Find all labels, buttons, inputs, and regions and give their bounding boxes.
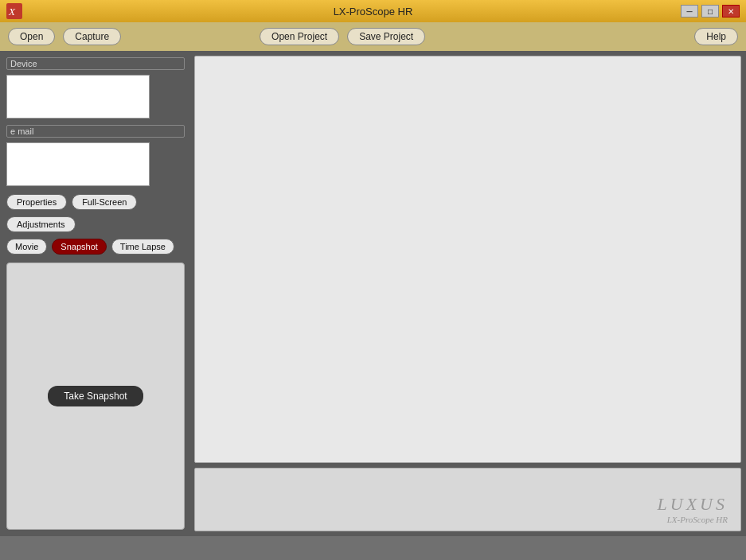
window-controls: ─ □ ✕ [681, 5, 740, 18]
brand-panel: LUXUS LX-ProScope HR [194, 468, 741, 531]
main-content: Device e mail Properties Full-Screen Adj… [0, 51, 746, 536]
adjustments-row: Adjustments [6, 216, 185, 232]
help-button[interactable]: Help [694, 28, 738, 45]
device-preview [6, 75, 150, 119]
title-bar-left: X [6, 3, 25, 19]
tab-timelapse[interactable]: Time Lapse [111, 239, 174, 255]
device-label: Device [6, 57, 185, 70]
tab-snapshot[interactable]: Snapshot [52, 239, 106, 255]
brand-subscript-text: LX-ProScope HR [658, 515, 728, 524]
email-label: e mail [6, 125, 185, 138]
snapshot-panel: Take Snapshot [6, 262, 185, 530]
take-snapshot-button[interactable]: Take Snapshot [48, 386, 143, 406]
viewport [194, 56, 741, 463]
toolbar: Open Capture Open Project Save Project H… [0, 22, 746, 51]
properties-row: Properties Full-Screen [6, 194, 185, 210]
open-button[interactable]: Open [8, 28, 55, 45]
toolbar-center: Open Project Save Project [260, 28, 425, 45]
toolbar-right: Help [694, 28, 738, 45]
title-text: LX-ProScope HR [334, 6, 413, 18]
svg-text:X: X [8, 6, 16, 18]
title-bar: X LX-ProScope HR ─ □ ✕ [0, 0, 746, 22]
email-preview [6, 142, 150, 186]
brand-luxus-text: LUXUS [658, 494, 728, 515]
status-bar [0, 536, 746, 560]
save-project-button[interactable]: Save Project [347, 28, 425, 45]
minimize-button[interactable]: ─ [681, 5, 698, 18]
right-panel: LUXUS LX-ProScope HR [191, 51, 746, 536]
tabs-row: Movie Snapshot Time Lapse [6, 239, 185, 255]
close-button[interactable]: ✕ [722, 5, 740, 18]
app-icon: X [6, 3, 22, 19]
open-project-button[interactable]: Open Project [260, 28, 339, 45]
properties-button[interactable]: Properties [6, 194, 67, 210]
fullscreen-button[interactable]: Full-Screen [72, 194, 137, 210]
capture-button[interactable]: Capture [63, 28, 121, 45]
adjustments-button[interactable]: Adjustments [6, 216, 76, 232]
maximize-button[interactable]: □ [701, 5, 719, 18]
left-panel: Device e mail Properties Full-Screen Adj… [0, 51, 191, 536]
tab-movie[interactable]: Movie [6, 239, 47, 255]
brand-logo: LUXUS LX-ProScope HR [658, 494, 728, 524]
